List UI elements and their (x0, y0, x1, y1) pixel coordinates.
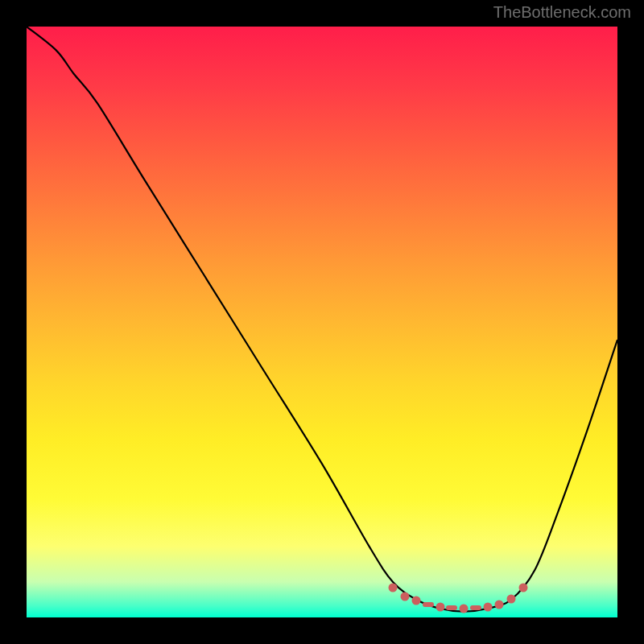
marker-cluster (27, 27, 617, 617)
marker-point (412, 597, 421, 605)
marker-point (495, 600, 504, 609)
marker-point (518, 584, 527, 592)
watermark-text: TheBottleneck.com (493, 3, 631, 22)
marker-point (460, 604, 469, 613)
marker-point (446, 605, 457, 610)
marker-point (506, 594, 515, 603)
marker-point (483, 602, 492, 611)
plot-area (27, 27, 617, 617)
marker-point (400, 592, 409, 601)
marker-point (423, 602, 434, 607)
marker-point (436, 602, 444, 611)
marker-point (389, 584, 398, 592)
marker-point (470, 605, 481, 610)
